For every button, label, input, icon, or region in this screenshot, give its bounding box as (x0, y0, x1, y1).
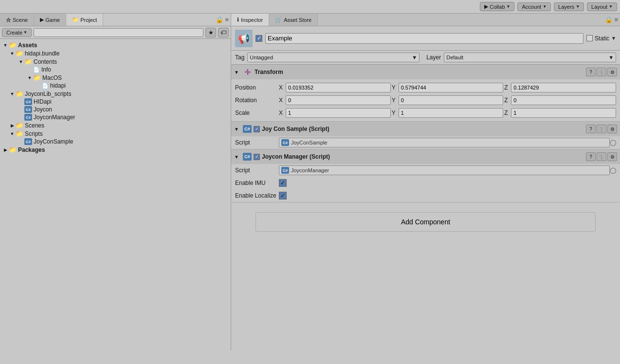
tree-item-label: HIDapi (34, 98, 52, 105)
jcs-script-name: JoyConSample (291, 140, 328, 146)
position-x-input[interactable] (286, 83, 391, 92)
file-tree: ▼ 📁 Assets ▼ 📁 hidapi.bundle ▼ 📁 Content… (0, 39, 231, 350)
layer-dropdown[interactable]: Default ▼ (444, 53, 616, 62)
object-name-input[interactable] (265, 33, 584, 44)
jcs-active-checkbox[interactable]: ✓ (254, 126, 260, 132)
tree-item-info[interactable]: 📄 Info (0, 66, 231, 73)
jcs-expand-button[interactable]: ⋮ (597, 125, 606, 133)
tab-scene[interactable]: ⛤ Scene (0, 14, 34, 26)
rotation-label: Rotation (235, 97, 279, 104)
add-component-button[interactable]: Add Component (255, 212, 596, 232)
tree-item-label: Contents (34, 58, 57, 65)
tab-project[interactable]: 📁 Project (66, 14, 103, 26)
tree-item-label: JoyconLib_scripts (25, 91, 71, 97)
joy-con-sample-header[interactable]: ▼ C# ✓ Joy Con Sample (Script) ? ⋮ ⚙ (231, 122, 620, 136)
collab-label: Collab (490, 4, 505, 10)
static-label: Static (595, 35, 609, 42)
tree-item-joyconlib[interactable]: ▼ 📁 JoyconLib_scripts (0, 90, 231, 98)
tree-item-hidapi[interactable]: 📄 hidapi (0, 82, 231, 90)
tree-item-joyconmanager-cs[interactable]: C# JoyconManager (0, 113, 231, 121)
tree-item-joyconsample-cs[interactable]: C# JoyConSample (0, 138, 231, 146)
object-active-checkbox[interactable]: ✓ (255, 35, 262, 42)
scale-x-input[interactable] (286, 108, 391, 118)
tree-item-label: Joycon (34, 106, 52, 113)
tree-item-hidapi-cs[interactable]: C# HIDapi (0, 98, 231, 106)
tree-item-scenes[interactable]: ▶ 📁 Scenes (0, 121, 231, 129)
jcs-expand-arrow-icon: ▼ (234, 127, 241, 132)
account-button[interactable]: Account ▼ (517, 2, 551, 11)
position-row: Position X Y Z (231, 81, 620, 94)
create-button[interactable]: Create ▼ (2, 28, 32, 37)
left-tab-end: 🔒 ≡ (214, 14, 231, 26)
inspector-tab-label: Inspector (241, 17, 263, 23)
position-z-input[interactable] (511, 83, 616, 92)
layout-arrow-icon: ▼ (609, 4, 613, 9)
scale-y-input[interactable] (399, 108, 504, 118)
collab-button[interactable]: ▶ Collab ▼ (480, 2, 514, 11)
layout-button[interactable]: Layout ▼ (587, 2, 617, 11)
folder-icon: 📁 (16, 122, 23, 129)
layer-label: Layer (426, 54, 441, 61)
jcs-script-field[interactable]: C# JoyConSample (279, 138, 610, 147)
jm-script-field[interactable]: C# JoyconManager (279, 165, 610, 175)
jm-buttons: ? ⋮ ⚙ (586, 152, 617, 161)
tree-item-scripts[interactable]: ▼ 📁 Scripts (0, 129, 231, 138)
transform-expand-button[interactable]: ⋮ (597, 68, 606, 76)
static-dropdown-arrow-icon[interactable]: ▼ (611, 36, 616, 41)
rotation-y-input[interactable] (399, 95, 504, 105)
inspector-panel: ℹ Inspector 🛒 Asset Store 🔒 ≡ 📢 ✓ Static (231, 14, 620, 350)
jm-expand-button[interactable]: ⋮ (597, 152, 606, 161)
rotation-z-input[interactable] (511, 95, 616, 105)
x-axis-label: X (279, 97, 285, 104)
checkmark-icon: ✓ (255, 154, 259, 159)
layers-button[interactable]: Layers ▼ (554, 2, 584, 11)
cs-badge-icon: C# (24, 98, 32, 105)
jm-help-button[interactable]: ? (586, 152, 596, 161)
search-input[interactable] (34, 28, 203, 37)
static-checkbox[interactable] (586, 35, 593, 41)
transform-help-button[interactable]: ? (586, 68, 596, 76)
tree-item-contents[interactable]: ▼ 📁 Contents (0, 57, 231, 66)
add-component-area: Add Component (231, 202, 620, 241)
joycon-manager-header[interactable]: ▼ C# ✓ Joycon Manager (Script) ? ⋮ ⚙ (231, 149, 620, 164)
jm-active-checkbox[interactable]: ✓ (254, 154, 260, 160)
tab-asset-store[interactable]: 🛒 Asset Store (269, 14, 318, 26)
jm-settings-button[interactable]: ⚙ (607, 152, 617, 161)
asset-store-tab-label: Asset Store (284, 17, 311, 23)
transform-settings-button[interactable]: ⚙ (607, 68, 617, 76)
tree-item-hidapi-bundle[interactable]: ▼ 📁 hidapi.bundle (0, 49, 231, 57)
jcs-settings-button[interactable]: ⚙ (607, 125, 617, 133)
collapse-arrow-icon: ▶ (9, 123, 16, 128)
enable-localize-checkbox[interactable]: ✓ (279, 192, 287, 200)
rotation-x-input[interactable] (286, 95, 391, 105)
tab-scene-label: Scene (13, 17, 28, 23)
tree-item-macos[interactable]: ▼ 📁 MacOS (0, 73, 231, 82)
enable-imu-label: Enable IMU (235, 180, 279, 186)
folder-icon: 📁 (24, 58, 32, 65)
scale-z-input[interactable] (511, 108, 616, 118)
transform-expand-arrow-icon: ▼ (234, 70, 241, 75)
tree-item-joycon-cs[interactable]: C# Joycon (0, 106, 231, 113)
tab-inspector[interactable]: ℹ Inspector (231, 14, 269, 26)
layers-label: Layers (558, 4, 574, 10)
collab-arrow-icon: ▼ (507, 4, 511, 9)
jm-script-gear-icon[interactable]: ◯ (610, 167, 616, 174)
tree-item-assets[interactable]: ▼ 📁 Assets (0, 41, 231, 49)
star-filter-button[interactable]: ★ (205, 28, 216, 37)
add-component-label: Add Component (401, 218, 450, 226)
inspector-menu-icon: ≡ (614, 16, 618, 23)
tag-filter-button[interactable]: 🏷 (218, 28, 229, 37)
tab-game[interactable]: ▶ Game (34, 14, 66, 26)
position-y-input[interactable] (399, 83, 504, 92)
jm-expand-arrow-icon: ▼ (234, 154, 241, 160)
static-area: Static ▼ (586, 35, 616, 42)
z-axis-label: Z (504, 109, 510, 116)
enable-imu-row: Enable IMU ✓ (231, 177, 620, 189)
transform-component-header[interactable]: ▼ Transform ? ⋮ ⚙ (231, 65, 620, 79)
lock-icon: 🔒 (216, 16, 223, 23)
jcs-script-gear-icon[interactable]: ◯ (610, 139, 616, 146)
jcs-help-button[interactable]: ? (586, 125, 596, 133)
enable-imu-checkbox[interactable]: ✓ (279, 179, 287, 187)
tree-item-packages[interactable]: ▶ 📁 Packages (0, 146, 231, 154)
tag-dropdown[interactable]: Untagged ▼ (247, 53, 419, 62)
